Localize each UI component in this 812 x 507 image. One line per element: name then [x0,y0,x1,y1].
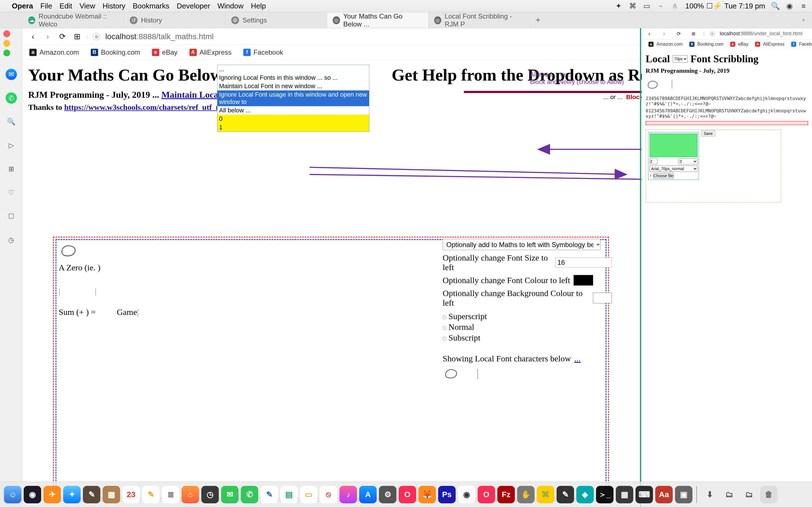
canvas-area[interactable] [650,133,698,157]
app-icon[interactable]: ▦ [616,486,633,503]
forward-button[interactable]: › [659,29,669,39]
forward-button[interactable]: › [43,32,52,41]
settings-icon[interactable]: ⚙ [379,486,396,503]
tab-localfont[interactable]: ◎ Local Font Scribbling - RJM P [428,12,530,28]
wifi-icon[interactable]: ⋔ [671,2,679,10]
bookmark-amazon[interactable]: aAmazon.com [29,48,79,56]
opera-icon[interactable]: O [399,486,416,503]
bookmark-booking[interactable]: BBooking.com [91,48,140,56]
reload-button[interactable]: ⟳ [57,32,67,41]
folder-icon[interactable]: 🗂 [721,486,738,503]
numbers-icon[interactable]: ▤ [280,486,298,503]
calendar-icon[interactable]: 23 [122,486,140,503]
app-name[interactable]: Opera [12,2,33,10]
facetime-icon[interactable]: ✆ [241,486,258,503]
font-select[interactable]: Arial_70px_normal [650,166,698,172]
opt-0[interactable]: ... [217,65,369,73]
opt-2[interactable]: Maintain Local Font in new window ... [217,82,369,91]
app-icon[interactable]: O [477,486,495,503]
app-icon[interactable]: ◆ [576,486,594,503]
firefox-icon[interactable]: 🦊 [418,486,436,503]
menu-bookmarks[interactable]: Bookmarks [133,2,169,10]
heart-icon[interactable]: ♡ [6,187,17,198]
notif-icon[interactable]: ≡ [800,2,808,10]
appstore-icon[interactable]: A [359,486,377,503]
local-font-dropdown[interactable]: ... Ignoring Local Fonts in this window … [217,65,369,132]
opt-1[interactable]: Ignoring Local Fonts in this window ... … [217,73,369,82]
siri-icon[interactable]: ◉ [785,2,794,10]
window-split-divider[interactable] [640,28,641,507]
window-close-button[interactable] [3,31,10,37]
font-size-input[interactable] [555,258,612,268]
app-icon[interactable]: ✋ [517,486,535,503]
radio-subscript[interactable]: Subscript [443,333,612,342]
choose-file-button[interactable]: Choose file [653,173,674,179]
messenger-icon[interactable]: ✉ [6,69,17,80]
tab-history[interactable]: ↺ History [124,12,225,28]
small-select[interactable]: 0 [678,158,698,165]
site-info-icon[interactable]: ⊕ [710,31,715,36]
bookmark-facebook[interactable]: fFacebook [791,42,812,47]
downloads-icon[interactable]: ⬇ [701,486,718,503]
dictionary-icon[interactable]: Aa [655,486,673,503]
menu-developer[interactable]: Developer [177,2,210,10]
siri-dock-icon[interactable]: ◉ [24,486,41,503]
bookmark-facebook[interactable]: fFacebook [243,48,283,56]
terminal-icon[interactable]: ＞_ [596,486,613,503]
bookmark-ebay[interactable]: eeBay [152,48,177,56]
tab-menu-button[interactable]: ≡ [795,12,812,28]
bookmark-aliexpress[interactable]: AAliExpress [755,42,784,47]
start-page-button[interactable]: ⊞ [72,32,82,41]
speed-dial-icon[interactable]: ⊞ [6,163,17,175]
app-icon[interactable]: ✈ [43,486,61,503]
radio-superscript[interactable]: Superscript [443,312,612,321]
tab-maths[interactable]: ◎ Your Maths Can Go Below ... [327,12,428,28]
chrome-icon[interactable]: ◉ [458,486,475,503]
itunes-icon[interactable]: ♪ [340,486,357,503]
app-icon[interactable]: ◷ [201,486,219,503]
bookmark-ebay[interactable]: eeBay [730,42,748,47]
reminders-icon[interactable]: ≣ [162,486,179,503]
spotlight-icon[interactable]: 🔍 [771,2,779,10]
menu-window[interactable]: Window [217,2,243,10]
photoshop-icon[interactable]: Ps [438,486,456,503]
pages-icon[interactable]: ✎ [260,486,278,503]
window-min-button[interactable] [3,40,10,47]
char-index-input[interactable] [650,158,658,165]
menu-file[interactable]: File [40,2,52,10]
opt-y1[interactable]: 1 [217,123,369,131]
show-local-link[interactable]: ... [574,354,581,363]
bookmark-amazon[interactable]: aAmazon.com [649,42,682,47]
bg-colour-swatch[interactable] [593,293,612,303]
window-max-button[interactable] [3,50,10,56]
start-page-button[interactable]: ⊞ [689,29,698,39]
address-bar-2[interactable]: localhost:8888/under_local_font.html [720,31,802,37]
font-colour-swatch[interactable] [573,275,593,286]
symbology-select[interactable]: Optionally add to Maths to left with Sym… [443,239,601,250]
new-tab-button[interactable]: + [530,12,546,28]
app-icon[interactable]: ▦ [103,486,120,503]
menu-view[interactable]: View [80,2,95,10]
keynote-icon[interactable]: ▭ [300,486,317,503]
safari-icon[interactable]: ✦ [63,486,81,503]
reload-button[interactable]: ⟳ [674,29,683,39]
battery-icon[interactable]: ☐⚡ [710,2,718,10]
radio-normal[interactable]: Normal [443,322,612,332]
app-icon[interactable]: ⦸ [320,486,337,503]
font-size-select[interactable]: 70px [673,55,688,62]
clock[interactable]: Tue 7:19 pm [724,2,765,10]
bluetooth-icon[interactable]: ⌁ [657,2,665,10]
opt-y0[interactable]: 0 [217,115,369,123]
bookmark-icon[interactable]: ☐ [6,211,17,222]
menu-help[interactable]: Help [251,2,266,10]
app-icon[interactable]: ✎ [83,486,100,503]
status-icon-2[interactable]: ⌘ [629,2,637,10]
app-icon[interactable]: ▣ [675,486,693,503]
app-icon[interactable]: ⌨ [636,486,653,503]
display-icon[interactable]: ▭ [643,2,651,10]
notes-icon[interactable]: ✎ [142,486,160,503]
save-button[interactable]: Save [701,130,715,136]
status-icon-1[interactable]: ✦ [615,2,622,10]
tab-roundcube[interactable]: ☁ Roundcube Webmail :: Welco [22,12,124,28]
whatsapp-icon[interactable]: ✆ [6,93,17,104]
